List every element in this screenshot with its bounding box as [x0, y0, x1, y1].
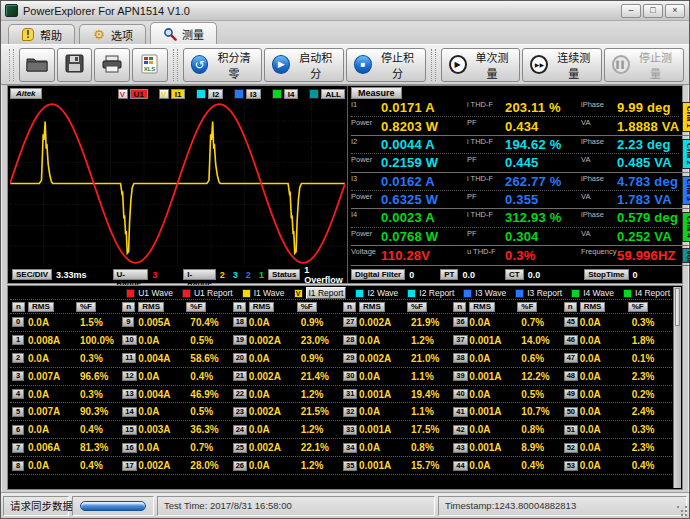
- harmonic-number: 37: [453, 335, 467, 345]
- color-swatch[interactable]: [407, 289, 416, 298]
- harmonic-number: 43: [453, 443, 467, 453]
- report-legend-i3-report[interactable]: I3 Report: [515, 288, 562, 298]
- checkbox-checked-icon[interactable]: V: [159, 89, 169, 99]
- channel-tab-2[interactable]: Cha 2: [682, 139, 690, 169]
- scrollbar-thumb[interactable]: [675, 288, 680, 326]
- window-controls: –□×: [619, 4, 685, 18]
- power-label: Power: [351, 154, 381, 164]
- measure-tab[interactable]: Measure: [351, 87, 402, 99]
- report-legend-i2-wave[interactable]: I2 Wave: [355, 288, 398, 298]
- harmonic-number: 22: [233, 389, 247, 399]
- rms-value: 0.002A: [249, 371, 301, 382]
- tab-measure[interactable]: 测量: [150, 22, 217, 44]
- color-swatch[interactable]: [242, 289, 251, 298]
- harmonic-cell-n47: 470.0A0.1%: [562, 353, 672, 364]
- channel-power-line: Power0.2159 WPF0.445VA0.485 VA: [351, 154, 679, 171]
- report-legend-u1-report[interactable]: U1 Report: [182, 288, 233, 298]
- harmonic-cell-n10: 100.0A0.5%: [120, 335, 230, 346]
- report-legend-i3-wave[interactable]: I3 Wave: [463, 288, 506, 298]
- status-label: Status: [268, 269, 300, 280]
- minimize-button[interactable]: –: [621, 4, 641, 18]
- color-swatch[interactable]: [515, 289, 524, 298]
- scope-legend-all[interactable]: ALL: [309, 89, 345, 99]
- close-button[interactable]: ×: [665, 4, 685, 18]
- channel-tab-3[interactable]: Cha 3: [682, 176, 690, 206]
- color-swatch[interactable]: [571, 289, 580, 298]
- percent-f-value: 0.8%: [411, 442, 451, 453]
- continuous-measure-button[interactable]: ▶▶连续测量: [522, 48, 602, 82]
- harmonic-number: 17: [122, 461, 136, 471]
- color-swatch: [272, 89, 282, 99]
- harmonics-scrollbar[interactable]: [673, 287, 681, 488]
- tab-options[interactable]: ⚙选项: [79, 24, 146, 44]
- percent-f-value: 0.6%: [521, 353, 561, 364]
- tab-label: 测量: [182, 26, 204, 42]
- print-button[interactable]: [94, 48, 130, 82]
- secdiv-label: SEC/DIV: [12, 269, 52, 280]
- color-swatch[interactable]: [463, 289, 472, 298]
- report-legend-i4-wave[interactable]: I4 Wave: [571, 288, 614, 298]
- report-legend-u1-wave[interactable]: U1 Wave: [126, 288, 173, 298]
- thd-label: i THD-F: [467, 99, 505, 109]
- color-swatch[interactable]: [623, 289, 632, 298]
- report-legend-i2-report[interactable]: I2 Report: [407, 288, 454, 298]
- maximize-button[interactable]: □: [643, 4, 663, 18]
- irange-value-1: 2: [220, 270, 225, 280]
- voltage-tab[interactable]: Vol: [682, 248, 690, 263]
- header-group: nRMS%F: [341, 302, 451, 312]
- current-value: 0.0044 A: [381, 137, 467, 152]
- report-legend-i1-report[interactable]: VI1 Report: [294, 287, 347, 299]
- color-swatch[interactable]: [126, 289, 135, 298]
- rms-value: 0.0A: [580, 389, 632, 400]
- color-swatch[interactable]: [355, 289, 364, 298]
- power-value: 0.8203 W: [381, 119, 467, 134]
- channel-tab-4[interactable]: Cha 4: [682, 212, 690, 242]
- open-folder-icon: [26, 55, 48, 75]
- percent-f-value: 21.4%: [301, 371, 341, 382]
- channel-name-label: I4: [351, 209, 381, 219]
- report-legend-i4-report[interactable]: I4 Report: [623, 288, 670, 298]
- channel-current-line: I40.0023 Ai THD-F312.93 %iPhase0.579 deg: [351, 209, 679, 226]
- table-row: 70.006A81.3%160.0A0.7%250.002A22.1%340.0…: [10, 438, 672, 456]
- single-measure-button[interactable]: ▶单次测量: [441, 48, 521, 82]
- percent-f-value: 0.8%: [521, 424, 561, 435]
- report-legend-label: I4 Wave: [583, 288, 614, 298]
- save-button[interactable]: [57, 48, 93, 82]
- open-button[interactable]: [19, 48, 55, 82]
- measure-panel: Measure I10.0171 Ai THD-F203.11 %iPhase9…: [348, 86, 690, 283]
- export-xls-button[interactable]: XLS: [132, 48, 168, 82]
- phase-label: iPhase: [581, 209, 617, 219]
- harmonic-number: 36: [453, 317, 467, 327]
- percent-f-value: 0.5%: [521, 389, 561, 400]
- u-thd-label: u THD-F: [467, 246, 505, 256]
- play-icon: ▶: [272, 55, 290, 74]
- thd-label: i THD-F: [467, 209, 505, 219]
- channel-name-label: I1: [351, 99, 381, 109]
- scope-legend-i1[interactable]: VI1: [159, 89, 186, 99]
- ct-label: CT: [505, 269, 524, 280]
- pf-value: 0.445: [505, 155, 581, 170]
- app-logo-icon: [5, 4, 18, 17]
- integral-reset-button[interactable]: ↺积分清零: [183, 48, 263, 82]
- channel-name-label: I2: [351, 136, 381, 146]
- rms-value: 0.0A: [580, 406, 632, 417]
- channel-tab-1[interactable]: Cha 1: [682, 102, 690, 132]
- checkbox-checked-icon[interactable]: V: [294, 289, 303, 298]
- harmonic-cell-n26: 260.0A1.2%: [231, 460, 341, 471]
- integral-start-button[interactable]: ▶启动积分: [264, 48, 344, 82]
- current-value: 0.0023 A: [381, 210, 467, 225]
- scope-legend-i2[interactable]: I2: [196, 89, 223, 99]
- percent-f-value: 0.7%: [521, 317, 561, 328]
- percent-f-value: 96.6%: [80, 371, 120, 382]
- scope-legend-u1[interactable]: VU1: [118, 89, 148, 99]
- rms-value: 0.0A: [138, 406, 190, 417]
- scope-legend-i4[interactable]: I4: [272, 89, 299, 99]
- tab-help[interactable]: !帮助: [8, 24, 75, 44]
- integral-stop-button[interactable]: ■停止积分: [346, 48, 426, 82]
- resize-grip[interactable]: [675, 504, 687, 516]
- report-legend-i1-wave[interactable]: I1 Wave: [242, 288, 285, 298]
- checkbox-checked-icon[interactable]: V: [118, 89, 128, 99]
- scope-legend-i3[interactable]: I3: [234, 89, 261, 99]
- color-swatch[interactable]: [182, 289, 191, 298]
- scope-panel: Aitek VU1VI1I2I3I4ALL SEC/DIV 3.33ms U-R…: [8, 86, 348, 283]
